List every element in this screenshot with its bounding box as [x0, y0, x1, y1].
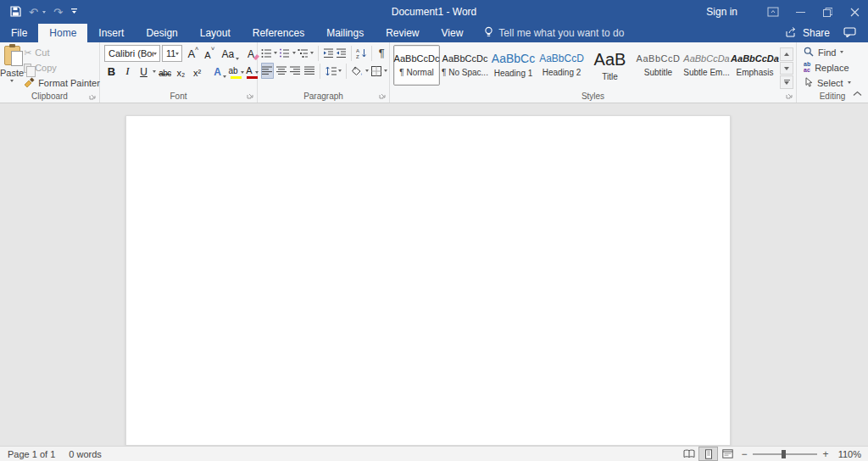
tab-review[interactable]: Review: [375, 24, 430, 42]
font-size-combobox[interactable]: 11: [162, 45, 182, 62]
save-icon[interactable]: [10, 6, 21, 19]
minimize-button[interactable]: [787, 0, 814, 24]
select-dropdown-arrow-icon[interactable]: [848, 81, 851, 84]
font-color-button[interactable]: A: [245, 64, 259, 80]
font-name-dropdown-arrow-icon[interactable]: [153, 53, 157, 55]
line-spacing-button[interactable]: [325, 63, 337, 79]
show-formatting-marks-button[interactable]: ¶: [376, 45, 387, 61]
text-effects-button[interactable]: A: [213, 64, 227, 80]
tab-home[interactable]: Home: [38, 24, 87, 42]
close-button[interactable]: [841, 0, 868, 24]
redo-icon[interactable]: ↷: [53, 7, 63, 18]
multilevel-list-button[interactable]: [298, 45, 309, 61]
style-heading-2[interactable]: AaBbCcD Heading 2: [538, 45, 585, 86]
undo-dropdown-arrow-icon[interactable]: [42, 11, 46, 14]
text-highlight-button[interactable]: ab: [229, 64, 243, 80]
share-button[interactable]: Share: [786, 26, 830, 40]
align-left-button[interactable]: [261, 63, 274, 79]
print-layout-button[interactable]: [698, 447, 718, 461]
tab-layout[interactable]: Layout: [189, 24, 242, 42]
style-name: Heading 2: [542, 68, 581, 77]
style-title[interactable]: AaB Title: [587, 45, 633, 86]
format-painter-brush-icon: [24, 77, 35, 89]
align-right-button[interactable]: [289, 63, 302, 79]
bullets-button[interactable]: [261, 45, 272, 61]
restore-button[interactable]: [814, 0, 841, 24]
align-center-button[interactable]: [275, 63, 288, 79]
sign-in-button[interactable]: Sign in: [706, 6, 737, 18]
sort-button[interactable]: AZ: [356, 45, 367, 61]
increase-indent-button[interactable]: [336, 45, 347, 61]
tab-design[interactable]: Design: [135, 24, 188, 42]
read-mode-button[interactable]: [679, 447, 698, 461]
style-heading-1[interactable]: AaBbCc Heading 1: [490, 45, 537, 86]
decrease-indent-button[interactable]: [323, 45, 334, 61]
copy-button[interactable]: Copy: [24, 61, 100, 75]
clipboard-dialog-launcher-icon[interactable]: [89, 92, 97, 102]
word-count[interactable]: 0 words: [69, 449, 102, 459]
document-area[interactable]: [0, 103, 868, 446]
styles-scroll-up-button[interactable]: [780, 47, 793, 61]
zoom-out-button[interactable]: −: [737, 448, 751, 460]
find-button[interactable]: Find: [804, 46, 868, 58]
style-no-spacing[interactable]: AaBbCcDc ¶ No Spac...: [442, 45, 488, 86]
ribbon-display-options-button[interactable]: [760, 0, 787, 24]
paragraph-dialog-launcher-icon[interactable]: [379, 92, 387, 101]
bullets-dropdown-arrow-icon[interactable]: [274, 52, 277, 54]
font-size-dropdown-arrow-icon[interactable]: [175, 53, 179, 55]
undo-icon[interactable]: ↶: [29, 7, 38, 18]
underline-button[interactable]: U: [136, 64, 151, 80]
styles-dialog-launcher-icon[interactable]: [786, 92, 793, 101]
clear-formatting-button[interactable]: A: [246, 46, 260, 62]
page-indicator[interactable]: Page 1 of 1: [8, 449, 55, 459]
zoom-level[interactable]: 110%: [832, 449, 861, 459]
bold-button[interactable]: B: [104, 64, 119, 80]
paste-dropdown-arrow-icon[interactable]: [10, 80, 14, 82]
borders-dropdown-arrow-icon[interactable]: [384, 69, 387, 72]
collapse-ribbon-button[interactable]: [853, 85, 862, 100]
change-case-dropdown-arrow-icon: [236, 58, 239, 60]
justify-button[interactable]: [303, 63, 316, 79]
styles-gallery-more-button[interactable]: [780, 75, 793, 89]
styles-scroll-down-button[interactable]: [780, 62, 793, 75]
numbering-dropdown-arrow-icon[interactable]: [292, 52, 296, 54]
tab-mailings[interactable]: Mailings: [315, 24, 375, 42]
subscript-button[interactable]: x₂: [174, 64, 188, 80]
zoom-slider-track[interactable]: [753, 453, 817, 455]
strikethrough-button[interactable]: abc: [158, 64, 172, 80]
shading-dropdown-arrow-icon[interactable]: [365, 69, 369, 72]
zoom-in-button[interactable]: +: [819, 448, 832, 460]
font-name-combobox[interactable]: Calibri (Body): [104, 45, 160, 62]
cut-button[interactable]: ✂ Cut: [24, 46, 100, 59]
find-dropdown-arrow-icon[interactable]: [840, 51, 843, 53]
tell-me-box[interactable]: Tell me what you want to do: [484, 24, 624, 42]
multilevel-list-dropdown-arrow-icon[interactable]: [310, 52, 314, 54]
shrink-font-button[interactable]: A˅: [200, 46, 214, 62]
tab-insert[interactable]: Insert: [87, 24, 135, 42]
grow-font-button[interactable]: A˄: [184, 46, 198, 62]
customize-quick-access-toolbar-icon[interactable]: [70, 8, 78, 17]
comments-icon[interactable]: [843, 27, 856, 40]
format-painter-button[interactable]: Format Painter: [24, 76, 100, 90]
shading-button[interactable]: [351, 63, 364, 79]
zoom-slider-thumb[interactable]: [782, 450, 786, 458]
style-emphasis[interactable]: AaBbCcDa Emphasis: [732, 45, 778, 86]
tab-file[interactable]: File: [0, 24, 38, 42]
paste-button[interactable]: Paste: [0, 42, 24, 90]
style-subtitle[interactable]: AaBbCcD Subtitle: [635, 45, 682, 86]
superscript-button[interactable]: x²: [190, 64, 204, 80]
font-dialog-launcher-icon[interactable]: [247, 92, 254, 101]
replace-button[interactable]: ab ac Replace: [804, 61, 868, 74]
tab-references[interactable]: References: [242, 24, 315, 42]
style-normal[interactable]: AaBbCcDc ¶ Normal: [393, 45, 440, 86]
italic-button[interactable]: I: [120, 64, 135, 80]
tab-view[interactable]: View: [431, 24, 475, 42]
numbering-button[interactable]: [279, 45, 290, 61]
change-case-button[interactable]: Aa: [223, 46, 237, 62]
underline-dropdown-arrow-icon[interactable]: [153, 70, 156, 73]
line-spacing-dropdown-arrow-icon[interactable]: [338, 69, 342, 72]
style-subtle-emphasis[interactable]: AaBbCcDa Subtle Em...: [683, 45, 730, 86]
document-page[interactable]: [125, 115, 731, 446]
web-layout-button[interactable]: [718, 447, 737, 461]
borders-button[interactable]: [370, 63, 383, 79]
